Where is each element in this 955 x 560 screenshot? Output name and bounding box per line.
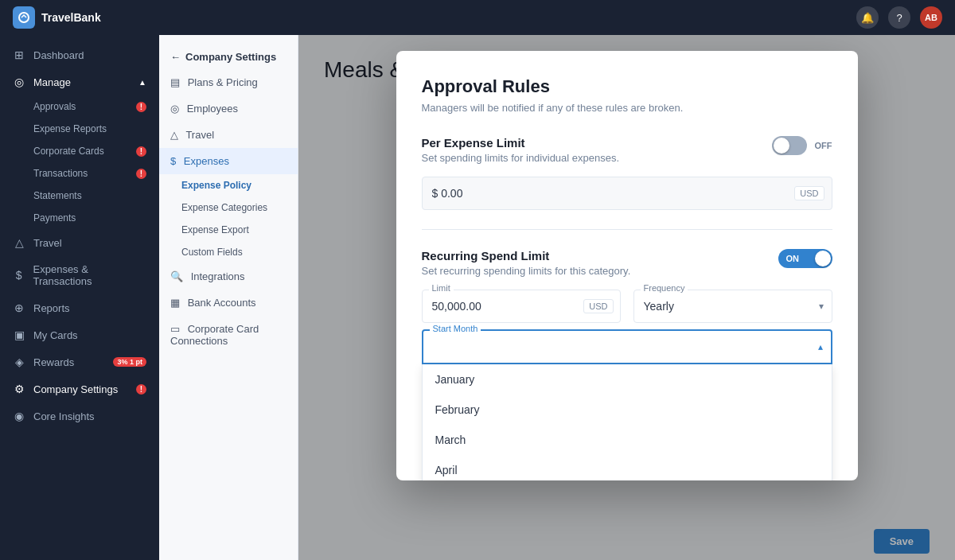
- modal-overlay: Approval Rules Managers will be notified…: [298, 35, 955, 560]
- sidebar-item-core-insights[interactable]: ◉ Core Insights: [0, 402, 159, 430]
- secondary-nav-integrations[interactable]: 🔍 Integrations: [159, 263, 298, 290]
- recurring-on-label: ON: [780, 254, 815, 263]
- month-option-january[interactable]: January: [423, 364, 832, 395]
- help-icon[interactable]: ?: [888, 6, 910, 29]
- secondary-nav-expenses[interactable]: $ Expenses: [159, 148, 298, 174]
- transactions-badge: !: [136, 169, 146, 179]
- plans-icon: ▤: [170, 76, 180, 88]
- avatar[interactable]: AB: [920, 6, 942, 29]
- sidebar-item-approvals[interactable]: Approvals !: [33, 95, 159, 118]
- logo: TravelBank: [13, 6, 101, 29]
- modal-subtitle: Managers will be notified if any of thes…: [422, 102, 832, 114]
- start-month-field: Start Month ▴: [422, 329, 832, 364]
- sidebar-item-expense-reports[interactable]: Expense Reports: [33, 118, 159, 140]
- secondary-nav-bank-accounts[interactable]: ▦ Bank Accounts: [159, 290, 298, 316]
- limit-group: Limit USD: [422, 290, 621, 323]
- secondary-nav-back[interactable]: ← Company Settings: [159, 45, 298, 69]
- sidebar-item-statements[interactable]: Statements: [33, 185, 159, 207]
- start-month-input[interactable]: [423, 331, 831, 363]
- recurring-label: Recurring Spend Limit: [422, 249, 631, 262]
- sidebar-item-payments[interactable]: Payments: [33, 207, 159, 229]
- recurring-toggle[interactable]: ON: [778, 249, 832, 268]
- per-expense-toggle-track[interactable]: [772, 136, 807, 155]
- reports-icon: ⊕: [13, 301, 25, 314]
- modal-title: Approval Rules: [422, 76, 832, 97]
- frequency-select[interactable]: Yearly Monthly Quarterly: [634, 290, 832, 322]
- notifications-icon[interactable]: 🔔: [856, 6, 879, 29]
- topbar: TravelBank 🔔 ? AB: [0, 0, 955, 35]
- corporate-card-icon: ▭: [170, 323, 180, 335]
- per-expense-label: Per Expense Limit: [422, 136, 620, 150]
- insights-icon: ◉: [13, 410, 25, 422]
- rewards-icon: ◈: [13, 356, 25, 368]
- secondary-nav-travel[interactable]: △ Travel: [159, 122, 298, 148]
- secondary-nav-custom-fields[interactable]: Custom Fields: [159, 241, 298, 263]
- secondary-nav-corporate-card[interactable]: ▭ Corporate Card Connections: [159, 316, 298, 354]
- dashboard-icon: ⊞: [13, 49, 25, 61]
- start-month-dropdown: January February March April: [422, 364, 832, 480]
- secondary-nav-expense-policy[interactable]: Expense Policy: [159, 174, 298, 196]
- sidebar-item-transactions[interactable]: Transactions !: [33, 162, 159, 185]
- sidebar-item-travel[interactable]: △ Travel: [0, 229, 159, 256]
- sidebar-item-rewards[interactable]: ◈ Rewards 3% 1 pt: [0, 348, 159, 375]
- secondary-nav-employees[interactable]: ◎ Employees: [159, 95, 298, 122]
- cards-icon: ▣: [13, 329, 25, 341]
- expense-amount-group: USD: [422, 177, 832, 210]
- secondary-nav: ← Company Settings ▤ Plans & Pricing ◎ E…: [159, 35, 298, 560]
- limit-freq-row: Limit USD Frequency Yearly: [422, 290, 832, 323]
- approval-rules-modal: Approval Rules Managers will be notified…: [396, 51, 858, 480]
- expenses-icon: $: [13, 269, 25, 282]
- frequency-label: Frequency: [641, 283, 688, 293]
- month-option-february[interactable]: February: [423, 395, 832, 425]
- section-divider: [422, 229, 832, 230]
- secondary-nav-expense-export[interactable]: Expense Export: [159, 219, 298, 241]
- limit-currency: USD: [583, 299, 613, 313]
- recurring-toggle-thumb: [815, 251, 831, 266]
- per-expense-toggle-thumb: [774, 138, 789, 154]
- start-month-wrapper: Start Month ▴ January February: [422, 329, 832, 364]
- start-month-label: Start Month: [430, 324, 481, 333]
- limit-label: Limit: [429, 283, 454, 293]
- sidebar-item-corporate-cards[interactable]: Corporate Cards !: [33, 140, 159, 162]
- logo-icon: [13, 6, 35, 29]
- sidebar-item-company-settings[interactable]: ⚙ Company Settings !: [0, 375, 159, 402]
- topbar-actions: 🔔 ? AB: [856, 6, 942, 29]
- sidebar-item-reports[interactable]: ⊕ Reports: [0, 294, 159, 321]
- sidebar-item-manage[interactable]: ◎ Manage ▲: [0, 68, 159, 95]
- company-settings-badge: !: [136, 384, 146, 395]
- recurring-desc: Set recurring spending limits for this c…: [422, 265, 631, 277]
- bank-icon: ▦: [170, 297, 180, 309]
- limit-field-wrapper: Limit USD: [422, 290, 621, 323]
- employees-icon: ◎: [170, 103, 179, 115]
- frequency-field-wrapper: Frequency Yearly Monthly Quarterly ▾: [633, 290, 832, 323]
- back-arrow-icon: ←: [170, 51, 181, 63]
- manage-chevron: ▲: [138, 78, 146, 87]
- per-expense-toggle-label: OFF: [815, 141, 832, 150]
- recurring-toggle-track[interactable]: ON: [778, 249, 832, 268]
- sidebar-item-dashboard[interactable]: ⊞ Dashboard: [0, 41, 159, 68]
- page-content: Meals & Entertainment Approval Rules Man…: [298, 35, 955, 560]
- integrations-icon: 🔍: [170, 270, 183, 282]
- logo-text: TravelBank: [41, 11, 101, 24]
- sidebar: ⊞ Dashboard ◎ Manage ▲ Approvals ! Expen…: [0, 35, 159, 560]
- secondary-nav-plans[interactable]: ▤ Plans & Pricing: [159, 69, 298, 95]
- approvals-badge: !: [136, 102, 146, 112]
- per-expense-toggle[interactable]: OFF: [772, 136, 832, 155]
- month-option-april[interactable]: April: [423, 455, 832, 480]
- svg-point-0: [19, 13, 29, 22]
- travel-nav-icon: △: [170, 129, 178, 141]
- corporate-cards-badge: !: [136, 146, 146, 157]
- expense-currency: USD: [794, 186, 824, 200]
- expense-amount-input[interactable]: [422, 177, 832, 210]
- settings-icon: ⚙: [13, 383, 25, 395]
- rewards-badge: 3% 1 pt: [113, 357, 146, 367]
- recurring-limit-row: Recurring Spend Limit Set recurring spen…: [422, 249, 832, 277]
- sidebar-item-expenses-transactions[interactable]: $ Expenses & Transactions: [0, 256, 159, 294]
- frequency-group: Frequency Yearly Monthly Quarterly ▾: [633, 290, 832, 323]
- sidebar-item-my-cards[interactable]: ▣ My Cards: [0, 321, 159, 348]
- per-expense-limit-row: Per Expense Limit Set spending limits fo…: [422, 136, 832, 164]
- secondary-nav-expense-categories[interactable]: Expense Categories: [159, 196, 298, 219]
- travel-icon: △: [13, 236, 25, 249]
- month-option-march[interactable]: March: [423, 425, 832, 455]
- manage-submenu: Approvals ! Expense Reports Corporate Ca…: [0, 95, 159, 229]
